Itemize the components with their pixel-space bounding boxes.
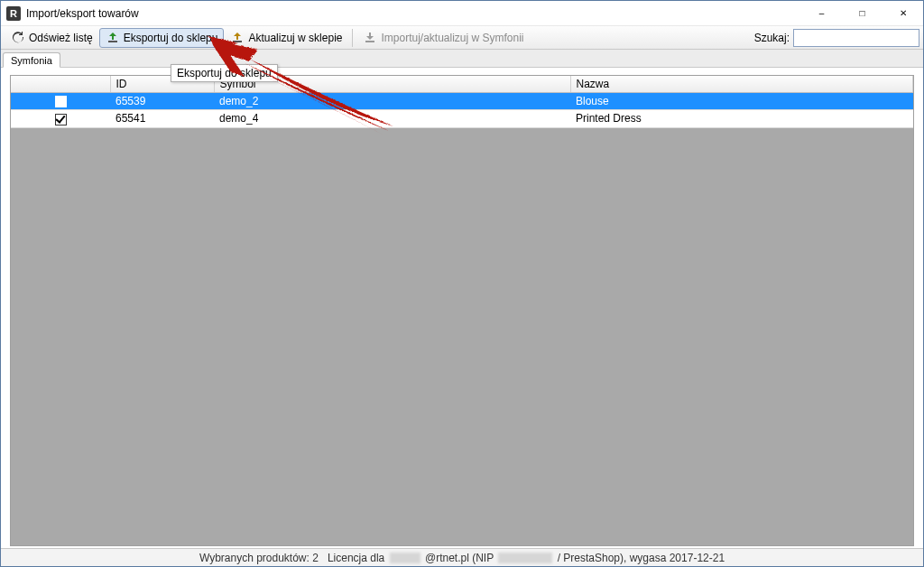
import-symfonia-button: Importuj/aktualizuj w Symfonii bbox=[356, 28, 530, 48]
cell-symbol: demo_4 bbox=[214, 110, 570, 127]
checkbox[interactable] bbox=[55, 96, 67, 107]
grid-container: ID Symbol Nazwa 65539demo_2Blouse65541de… bbox=[10, 75, 914, 546]
svg-rect-0 bbox=[108, 41, 117, 42]
refresh-icon bbox=[11, 31, 25, 45]
window-title: Import/eksport towarów bbox=[26, 7, 139, 20]
app-icon: R bbox=[6, 6, 21, 21]
tabstrip: Symfonia bbox=[1, 50, 923, 68]
update-shop-button[interactable]: Aktualizuj w sklepie bbox=[224, 28, 348, 48]
cell-nazwa: Blouse bbox=[570, 93, 913, 110]
svg-rect-2 bbox=[365, 41, 374, 42]
statusbar: Wybranych produktów: 2 Licencja dla @rtn… bbox=[1, 548, 923, 566]
row-checkbox-cell[interactable] bbox=[11, 93, 110, 110]
minimize-button[interactable]: – bbox=[801, 1, 842, 26]
tooltip: Eksportuj do sklepu bbox=[171, 64, 278, 82]
titlebar: R Import/eksport towarów – □ ✕ bbox=[1, 1, 923, 26]
checkbox[interactable] bbox=[55, 114, 67, 125]
table-row[interactable]: 65541demo_4Printed Dress bbox=[11, 110, 913, 127]
grid-header-row: ID Symbol Nazwa bbox=[11, 76, 913, 93]
refresh-button[interactable]: Odśwież listę bbox=[5, 28, 99, 48]
toolbar: Odśwież listę Eksportuj do sklepu Aktual… bbox=[1, 26, 923, 50]
col-checkbox[interactable] bbox=[11, 76, 110, 93]
upload-icon bbox=[106, 31, 120, 45]
search-input[interactable] bbox=[793, 29, 919, 47]
update-icon bbox=[230, 31, 245, 45]
export-button[interactable]: Eksportuj do sklepu bbox=[99, 28, 225, 48]
table-row[interactable]: 65539demo_2Blouse bbox=[11, 93, 913, 110]
cell-id: 65539 bbox=[110, 93, 214, 110]
download-icon bbox=[363, 31, 377, 45]
toolbar-separator bbox=[352, 29, 353, 47]
cell-nazwa: Printed Dress bbox=[570, 110, 913, 127]
statusbar-text: Wybranych produktów: 2 Licencja dla @rtn… bbox=[199, 552, 725, 564]
refresh-label: Odśwież listę bbox=[29, 32, 93, 44]
maximize-button[interactable]: □ bbox=[842, 1, 882, 26]
col-nazwa[interactable]: Nazwa bbox=[570, 76, 913, 93]
cell-symbol: demo_2 bbox=[214, 93, 570, 110]
svg-rect-1 bbox=[233, 41, 242, 42]
tab-symfonia[interactable]: Symfonia bbox=[3, 52, 60, 68]
import-symfonia-label: Importuj/aktualizuj w Symfonii bbox=[381, 32, 523, 44]
export-label: Eksportuj do sklepu bbox=[124, 32, 218, 44]
close-button[interactable]: ✕ bbox=[882, 1, 923, 26]
row-checkbox-cell[interactable] bbox=[11, 110, 110, 127]
search-label: Szukaj: bbox=[754, 32, 790, 44]
update-shop-label: Aktualizuj w sklepie bbox=[248, 32, 342, 44]
products-grid[interactable]: ID Symbol Nazwa 65539demo_2Blouse65541de… bbox=[11, 76, 913, 128]
cell-id: 65541 bbox=[110, 110, 214, 127]
